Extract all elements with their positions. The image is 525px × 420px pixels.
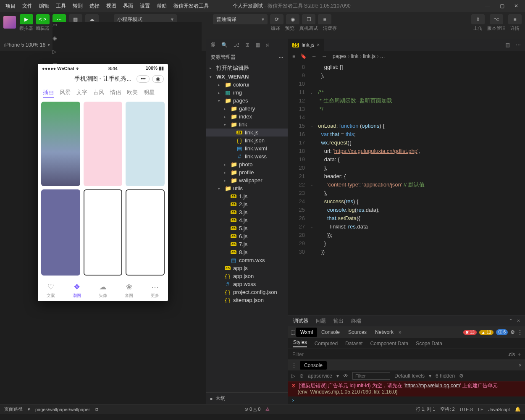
- devtools-tabs[interactable]: ⬚ WxmlConsoleSourcesNetwork » ✖ 13 ▲ 13 …: [288, 326, 525, 338]
- gear-icon[interactable]: ⚙: [510, 329, 515, 335]
- debugger-tab[interactable]: 输出: [333, 318, 344, 324]
- tree-row[interactable]: JS3.js: [206, 208, 288, 216]
- tabbar-item[interactable]: ❖潮图: [72, 282, 82, 299]
- menu-item[interactable]: 微信开发者工具: [171, 2, 212, 10]
- menu-item[interactable]: 视图: [103, 2, 119, 10]
- debugger-tab[interactable]: 调试器: [293, 318, 308, 324]
- styles-tab[interactable]: Styles: [293, 339, 307, 347]
- tree-row[interactable]: JS2.js: [206, 200, 288, 208]
- menu-item[interactable]: 项目: [3, 2, 18, 10]
- category-tab[interactable]: 欧美: [127, 89, 138, 98]
- indent-mode[interactable]: 空格: 2: [440, 406, 454, 412]
- toolbar-action[interactable]: ≡: [318, 14, 331, 24]
- tree-row[interactable]: ▾📁utils: [206, 184, 288, 192]
- tree-row[interactable]: ▸📁profile: [206, 168, 288, 176]
- debugger-tabs[interactable]: 调试器问题输出终端 ⌃×: [288, 315, 525, 326]
- menu-item[interactable]: 设置: [137, 2, 153, 10]
- tree-section[interactable]: ▸打开的编辑器: [206, 63, 288, 73]
- close-icon[interactable]: ×: [517, 318, 520, 324]
- more-icon[interactable]: ⋯: [278, 55, 284, 60]
- explorer-iconstrip[interactable]: 🗐 🔍 ⎇ ⊞ ▦ ⎘: [206, 39, 288, 51]
- search-icon[interactable]: 🔍: [221, 42, 228, 48]
- menu-item[interactable]: 转到: [70, 2, 86, 10]
- console-prompt[interactable]: ›: [288, 396, 525, 404]
- forward-icon[interactable]: →: [322, 53, 327, 59]
- tree-row[interactable]: JSapp.js: [206, 264, 288, 272]
- close-icon[interactable]: ×: [519, 362, 522, 368]
- styles-tab[interactable]: Computed: [315, 341, 338, 346]
- avatar[interactable]: [3, 16, 16, 29]
- eol-mode[interactable]: LF: [478, 407, 483, 412]
- image-tile[interactable]: [126, 102, 165, 186]
- menu-item[interactable]: 帮助: [154, 2, 170, 10]
- db-icon[interactable]: ⎘: [266, 42, 269, 48]
- category-tab[interactable]: 情侣: [110, 89, 121, 98]
- file-tree[interactable]: ▸打开的编辑器 ▾WX_WENAN ▸📁colorui▸▩img▾📁pages▸…: [206, 63, 288, 392]
- tree-row[interactable]: ▸📁index: [206, 113, 288, 121]
- clear-icon[interactable]: ⊘: [299, 373, 304, 379]
- branch-icon[interactable]: ⎇: [234, 42, 239, 48]
- bookmark-icon[interactable]: 🔖: [300, 53, 307, 59]
- tree-section[interactable]: ▾WX_WENAN: [206, 73, 288, 81]
- tree-row[interactable]: ▤link.wxml: [206, 144, 288, 152]
- devtools-tab[interactable]: Console: [317, 328, 344, 337]
- tree-row[interactable]: { }app.json: [206, 272, 288, 280]
- editor-tab[interactable]: JSlink.js×: [288, 39, 324, 51]
- image-tile[interactable]: [84, 189, 123, 276]
- tabbar-item[interactable]: ⋯更多: [150, 282, 160, 299]
- list-icon[interactable]: ≡: [292, 53, 295, 59]
- category-tab[interactable]: 文字: [76, 89, 87, 98]
- error-badge[interactable]: ✖ 13: [463, 330, 477, 335]
- debugger-tab[interactable]: 终端: [351, 318, 361, 324]
- eye-icon[interactable]: 👁: [343, 373, 348, 379]
- tabbar-item[interactable]: ❀套图: [124, 282, 134, 299]
- tree-row[interactable]: ▸📁photo: [206, 160, 288, 168]
- device-icon[interactable]: ◉: [52, 35, 202, 41]
- tree-row[interactable]: #app.wxss: [206, 280, 288, 288]
- phone-category-tabs[interactable]: 插画风景文字古风情侣欧美明星: [38, 87, 168, 102]
- more-icon[interactable]: ⋮: [517, 329, 522, 335]
- image-tile[interactable]: [41, 189, 80, 276]
- tree-row[interactable]: #link.wxss: [206, 152, 288, 160]
- tree-row[interactable]: { }project.config.json: [206, 288, 288, 296]
- image-tile[interactable]: [41, 102, 80, 186]
- tree-row[interactable]: { }sitemap.json: [206, 296, 288, 304]
- category-tab[interactable]: 明星: [144, 89, 155, 98]
- device-icon[interactable]: ▭: [52, 22, 202, 28]
- menu-item[interactable]: 编辑: [36, 2, 52, 10]
- route-path[interactable]: pages/wallpaper/wallpaper: [35, 407, 90, 412]
- inspect-icon[interactable]: ⬚: [291, 329, 295, 335]
- menu-item[interactable]: 文件: [19, 2, 35, 10]
- status-problems[interactable]: ⊘ 0 △ 0: [244, 407, 260, 412]
- tree-row[interactable]: ▸📁gallery: [206, 105, 288, 113]
- styles-tab[interactable]: Scope Data: [416, 341, 442, 346]
- styles-filter[interactable]: Filter.cls +: [288, 349, 525, 360]
- debug-icon[interactable]: ⊞: [245, 42, 249, 48]
- phone-preview[interactable]: ●●●●● WeChat ᯤ 8:44 100% ▮▮ 手机潮图 - 让手机秀.…: [38, 64, 168, 301]
- chevron-up-icon[interactable]: ⌃: [509, 318, 513, 324]
- play-icon[interactable]: ▷: [291, 373, 295, 379]
- toolbar-action[interactable]: ☐: [302, 14, 315, 24]
- styles-tab[interactable]: Component Data: [370, 341, 408, 346]
- tree-row[interactable]: JSlink.js: [206, 129, 288, 136]
- warn-icon[interactable]: ⚠: [265, 407, 270, 412]
- menu-item[interactable]: 界面: [120, 2, 136, 10]
- devtools-tab[interactable]: Sources: [344, 328, 371, 337]
- tree-row[interactable]: JS5.js: [206, 224, 288, 232]
- console-toolbar[interactable]: ▷ ⊘ appservice▾ 👁 Default levels▾ 6 hidd…: [288, 370, 525, 381]
- tree-row[interactable]: ▸▩img: [206, 89, 288, 97]
- close-icon[interactable]: ×: [317, 42, 320, 48]
- category-tab[interactable]: 风景: [60, 89, 71, 98]
- language-mode[interactable]: JavaScript: [488, 407, 510, 412]
- phone-tabbar[interactable]: ♡文案❖潮图☁头像❀套图⋯更多: [38, 279, 168, 301]
- device-bar[interactable]: iPhone 5 100% 16▾ ▭◉▷▣: [0, 39, 206, 51]
- phone-image-grid[interactable]: [38, 102, 168, 279]
- toolbar-button[interactable]: ▶: [20, 14, 33, 24]
- tree-row[interactable]: { }link.json: [206, 136, 288, 144]
- chevron-right-icon[interactable]: ⋮: [291, 362, 297, 368]
- tree-row[interactable]: JS8.js: [206, 248, 288, 256]
- code-editor[interactable]: 8910111213141516171819202122232425262728…: [288, 61, 525, 315]
- editor-tabstrip[interactable]: JSlink.js× ▥⋯: [288, 39, 525, 51]
- encoding[interactable]: UTF-8: [460, 407, 473, 412]
- tree-row[interactable]: ▤comm.wxs: [206, 256, 288, 264]
